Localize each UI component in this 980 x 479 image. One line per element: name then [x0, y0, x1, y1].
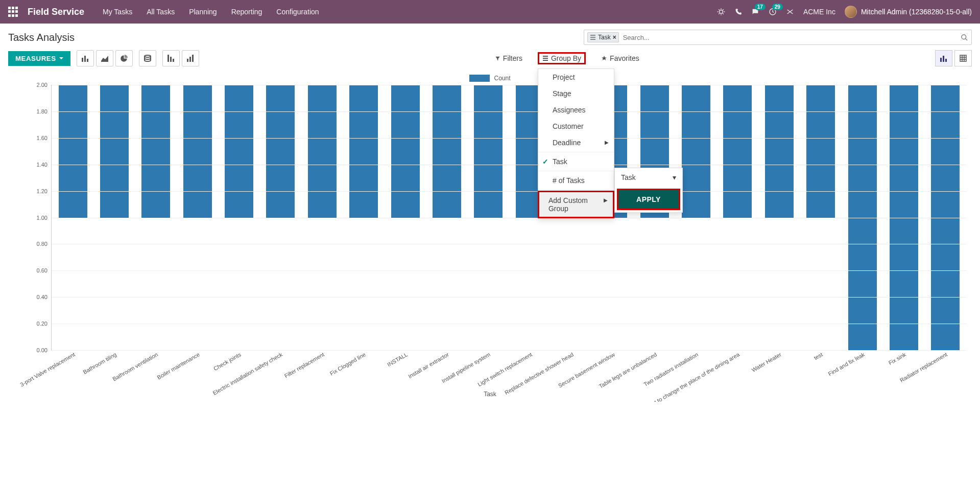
user-name: Mitchell Admin (12368280-15-0-all)	[861, 8, 972, 16]
bar[interactable]	[349, 85, 378, 218]
clock-icon[interactable]: 29	[769, 8, 777, 16]
menu-all-tasks[interactable]: All Tasks	[147, 8, 175, 16]
toolbar: MEASURES Filters Group By Project Stage …	[0, 47, 980, 73]
chevron-right-icon: ▶	[605, 140, 609, 145]
clock-badge: 29	[772, 4, 783, 10]
svg-rect-8	[170, 57, 172, 62]
caret-down-icon	[59, 57, 63, 59]
line-chart-icon[interactable]	[96, 50, 113, 66]
svg-rect-14	[943, 56, 944, 62]
search-chip-label: Task	[598, 34, 611, 41]
groupby-item-numtasks[interactable]: # of Tasks	[538, 172, 614, 189]
search-chip: Task ×	[587, 32, 619, 42]
bug-icon[interactable]	[717, 8, 725, 16]
stacked-icon[interactable]	[139, 50, 156, 66]
settings-icon[interactable]	[786, 8, 794, 16]
menu-configuration[interactable]: Configuration	[276, 8, 319, 16]
avatar	[845, 6, 857, 18]
top-nav: Field Service My Tasks All Tasks Plannin…	[0, 0, 980, 24]
groupby-add-custom[interactable]: Add Custom Group▶	[539, 192, 613, 217]
svg-rect-16	[960, 55, 966, 61]
bar[interactable]	[391, 85, 420, 218]
grid-line	[52, 165, 967, 165]
groupby-item-assignees[interactable]: Assignees	[538, 102, 614, 118]
svg-rect-9	[173, 59, 174, 62]
y-tick: 0.20	[24, 321, 47, 327]
groupby-item-stage[interactable]: Stage	[538, 85, 614, 102]
bar[interactable]	[682, 85, 710, 218]
bar[interactable]	[806, 85, 835, 218]
x-category-label: test	[813, 351, 824, 361]
groupby-item-project[interactable]: Project	[538, 69, 614, 85]
custom-group-select[interactable]: Task ▾	[615, 168, 682, 187]
bar[interactable]	[183, 85, 212, 218]
bar[interactable]	[723, 85, 752, 218]
chart-area: Count Count 3-port Valve replacementBath…	[8, 75, 972, 402]
y-tick: 0.40	[24, 294, 47, 300]
filters-label: Filters	[503, 54, 522, 62]
graph-view-button[interactable]	[935, 50, 952, 66]
x-category-label: Check joints	[212, 351, 242, 372]
bar-chart-icon[interactable]	[77, 50, 94, 66]
filters-button[interactable]: Filters	[491, 52, 527, 64]
bar[interactable]	[141, 85, 170, 218]
x-category-label: Install air extractor	[407, 351, 450, 379]
svg-rect-11	[189, 57, 191, 62]
search-icon[interactable]	[961, 34, 968, 41]
bar[interactable]	[59, 85, 87, 218]
svg-rect-4	[84, 56, 86, 62]
pie-chart-icon[interactable]	[115, 50, 133, 66]
brand-title[interactable]: Field Service	[28, 7, 84, 17]
search-input[interactable]	[619, 32, 961, 43]
y-tick: 1.00	[24, 215, 47, 221]
grid-line	[52, 111, 967, 112]
main-menu: My Tasks All Tasks Planning Reporting Co…	[103, 8, 319, 16]
y-tick: 0.80	[24, 241, 47, 247]
groupby-button[interactable]: Group By	[538, 52, 586, 64]
svg-rect-15	[945, 59, 947, 62]
company-selector[interactable]: ACME Inc	[803, 8, 835, 16]
y-tick: 1.40	[24, 162, 47, 168]
bar[interactable]	[433, 85, 461, 218]
search-area[interactable]: Task ×	[584, 30, 972, 45]
search-chip-close[interactable]: ×	[613, 34, 616, 41]
user-menu[interactable]: Mitchell Admin (12368280-15-0-all)	[845, 6, 972, 18]
menu-my-tasks[interactable]: My Tasks	[103, 8, 132, 16]
bar[interactable]	[100, 85, 129, 218]
svg-rect-7	[168, 55, 169, 62]
favorites-button[interactable]: Favorites	[597, 52, 643, 64]
y-tick: 0.00	[24, 347, 47, 353]
messages-icon[interactable]: 17	[751, 8, 759, 16]
x-category-label: Water Heater	[750, 351, 782, 373]
groupby-item-task[interactable]: Task	[538, 153, 614, 170]
x-category-label: Boiler maintenance	[156, 351, 201, 380]
caret-down-icon: ▾	[673, 173, 676, 181]
apps-icon[interactable]	[8, 7, 18, 17]
groupby-item-deadline[interactable]: Deadline▶	[538, 134, 614, 151]
apply-button[interactable]: APPLY	[618, 190, 679, 209]
grid-line	[52, 270, 967, 271]
svg-point-0	[720, 10, 723, 14]
svg-point-2	[962, 34, 966, 39]
groupby-dropdown: Project Stage Assignees Customer Deadlin…	[538, 69, 614, 218]
grid-line	[52, 138, 967, 139]
groupby-item-customer[interactable]: Customer	[538, 118, 614, 134]
nav-right: 17 29 ACME Inc Mitchell Admin (12368280-…	[717, 6, 972, 18]
menu-reporting[interactable]: Reporting	[231, 8, 262, 16]
bar[interactable]	[266, 85, 295, 218]
sort-desc-icon[interactable]	[162, 50, 180, 66]
bar[interactable]	[474, 85, 503, 218]
phone-icon[interactable]	[734, 8, 742, 16]
y-tick: 1.60	[24, 135, 47, 141]
measures-button[interactable]: MEASURES	[8, 51, 70, 66]
svg-rect-5	[87, 59, 88, 62]
sort-asc-icon[interactable]	[182, 50, 199, 66]
x-category-label: Filter replacement	[283, 351, 325, 379]
measures-label: MEASURES	[15, 55, 56, 62]
bar[interactable]	[765, 85, 794, 218]
menu-planning[interactable]: Planning	[189, 8, 217, 16]
x-category-label: INSTALL	[386, 351, 409, 368]
bar[interactable]	[225, 85, 253, 218]
pivot-view-button[interactable]	[954, 50, 972, 66]
bar[interactable]	[308, 85, 337, 218]
